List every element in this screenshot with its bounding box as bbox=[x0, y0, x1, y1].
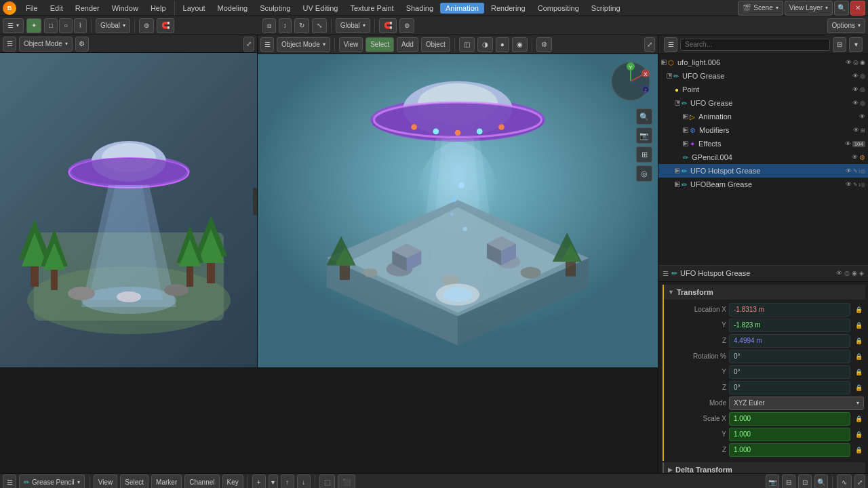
outliner-type[interactable]: ☰ bbox=[664, 37, 677, 52]
select-btn[interactable]: Select bbox=[366, 37, 394, 52]
camera-prop-icon[interactable]: ◎ bbox=[844, 270, 850, 277]
vis-10[interactable]: 👁 bbox=[846, 181, 852, 188]
add-btn[interactable]: Add bbox=[397, 37, 418, 52]
ds-add-btn[interactable]: + bbox=[252, 474, 266, 488]
menu-render[interactable]: Render bbox=[70, 3, 105, 14]
left-viewport[interactable]: ☰ Object Mode ▾ ⚙ ⤢ bbox=[0, 35, 258, 367]
editor-type-left[interactable]: ☰ ▾ bbox=[3, 18, 24, 33]
data-prop-icon[interactable]: ◈ bbox=[859, 270, 864, 277]
scale-x-lock[interactable]: 🔒 bbox=[853, 412, 864, 426]
loc-x-lock[interactable]: 🔒 bbox=[853, 303, 864, 317]
transform-header[interactable]: ▼ Transform bbox=[664, 285, 865, 300]
ds-select-btn[interactable]: Select bbox=[120, 474, 149, 488]
rot-y-value[interactable]: 0° bbox=[729, 365, 850, 379]
tab-animation[interactable]: Animation bbox=[440, 3, 484, 14]
menu-edit[interactable]: Edit bbox=[45, 3, 68, 14]
editor-type-center[interactable]: ☰ bbox=[260, 37, 274, 52]
ds-marker-btn[interactable]: Marker bbox=[151, 474, 182, 488]
vis-6[interactable]: 👁 bbox=[853, 127, 859, 134]
ds-expand[interactable]: ⤢ bbox=[854, 474, 865, 488]
scale-z-lock[interactable]: 🔒 bbox=[853, 443, 864, 457]
viewport-expand-left[interactable]: ⤢ bbox=[243, 37, 254, 52]
outliner-filter[interactable]: ⊟ bbox=[833, 37, 846, 52]
visibility-icon[interactable]: 👁 bbox=[846, 59, 852, 66]
tool-box[interactable]: □ bbox=[44, 18, 58, 33]
scale-x-value[interactable]: 1.000 bbox=[729, 412, 850, 426]
tool-circle[interactable]: ○ bbox=[59, 18, 73, 33]
rot-x-lock[interactable]: 🔒 bbox=[853, 350, 864, 363]
scale-z-value[interactable]: 1.000 bbox=[729, 443, 850, 457]
mode-selector-left[interactable]: Object Mode ▾ bbox=[19, 37, 73, 52]
tab-sculpting[interactable]: Sculpting bbox=[254, 3, 296, 14]
delta-header[interactable]: ▶ Delta Transform bbox=[664, 462, 865, 474]
mode-selector-center[interactable]: Object Mode ▾ bbox=[277, 37, 330, 52]
loc-z-value[interactable]: 4.4994 m bbox=[729, 334, 850, 348]
loc-y-value[interactable]: -1.823 m bbox=[729, 319, 850, 332]
ds-key-btn[interactable]: Key bbox=[222, 474, 243, 488]
tab-scripting[interactable]: Scripting bbox=[586, 3, 626, 14]
tool-lasso[interactable]: ⌇ bbox=[74, 18, 87, 33]
camera-view-btn[interactable]: 📷 bbox=[636, 127, 652, 144]
zoom-in-btn[interactable]: 🔍 bbox=[636, 108, 652, 125]
tab-rendering[interactable]: Rendering bbox=[486, 3, 531, 14]
outliner-item-modifiers[interactable]: ▶ ⚙ Modifiers 👁 ⊞ bbox=[658, 123, 868, 137]
rot-x-value[interactable]: 0° bbox=[729, 350, 850, 363]
vis-3[interactable]: 👁 bbox=[852, 86, 859, 93]
ds-search[interactable]: 🔍 bbox=[814, 474, 828, 488]
ds-editor-type[interactable]: ☰ bbox=[3, 474, 16, 488]
ds-add-dropdown[interactable]: ▾ bbox=[269, 474, 278, 488]
outliner-item-gpencil[interactable]: ✏ GPencil.004 👁 ⚙ bbox=[658, 150, 868, 164]
loc-x-value[interactable]: -1.8313 m bbox=[729, 303, 850, 317]
solid-shading[interactable]: ◑ bbox=[477, 37, 493, 52]
tab-modeling[interactable]: Modeling bbox=[212, 3, 254, 14]
loc-z-lock[interactable]: 🔒 bbox=[853, 334, 864, 348]
ds-frame-mode[interactable]: ⬛ bbox=[338, 474, 355, 488]
vis-9[interactable]: 👁 bbox=[846, 167, 852, 174]
ds-view-btn[interactable]: View bbox=[94, 474, 118, 488]
scale-tool[interactable]: ⤡ bbox=[312, 18, 327, 33]
vis-4[interactable]: 👁 bbox=[852, 100, 859, 106]
rotate-tool[interactable]: ↻ bbox=[294, 18, 309, 33]
proportional-edit[interactable]: ⊚ bbox=[399, 18, 414, 33]
scale-y-lock[interactable]: 🔒 bbox=[853, 428, 864, 441]
view-btn[interactable]: View bbox=[339, 37, 363, 52]
tab-uv-editing[interactable]: UV Editing bbox=[297, 3, 343, 14]
transform-pivot[interactable]: Global ▾ bbox=[336, 18, 370, 33]
editor-type-icon[interactable]: ☰ bbox=[3, 37, 16, 52]
scale-y-value[interactable]: 1.000 bbox=[729, 428, 850, 441]
ds-filter[interactable]: ⊡ bbox=[798, 474, 812, 488]
ds-down-btn[interactable]: ↓ bbox=[297, 474, 311, 488]
outliner-item-point[interactable]: ● Point 👁 ◎ bbox=[658, 83, 868, 96]
render-prop-icon[interactable]: ◉ bbox=[852, 270, 857, 277]
transform-tool[interactable]: ↕ bbox=[279, 18, 292, 33]
orthogonal-btn[interactable]: ⊞ bbox=[636, 146, 652, 163]
ds-channel-btn[interactable]: Channel bbox=[184, 474, 219, 488]
ds-normalize[interactable]: ∿ bbox=[837, 474, 852, 488]
tab-shading[interactable]: Shading bbox=[401, 3, 439, 14]
scene-selector[interactable]: 🎬 Scene ▾ bbox=[738, 1, 783, 16]
outliner-item-ufo-light[interactable]: ▶ ⬡ ufo_light.006 👁 ◎ ◉ bbox=[658, 56, 868, 69]
outliner-item-ufobeam[interactable]: ▶ ✏ UFOBeam Grease 👁 ✎↕◎ bbox=[658, 178, 868, 191]
ds-markers[interactable]: ⊟ bbox=[782, 474, 795, 488]
tab-texture-paint[interactable]: Texture Paint bbox=[344, 3, 399, 14]
prop-type-selector[interactable]: ☰ bbox=[663, 270, 669, 277]
menu-help[interactable]: Help bbox=[145, 3, 172, 14]
vis-8[interactable]: 👁 bbox=[852, 154, 858, 161]
material-shading[interactable]: ● bbox=[496, 37, 509, 52]
snap-btn[interactable]: 🧲 bbox=[157, 18, 174, 33]
rot-z-lock[interactable]: 🔒 bbox=[853, 381, 864, 394]
prop-edit-btn[interactable]: ⊚ bbox=[139, 18, 154, 33]
outliner-item-ufo-grease[interactable]: ▼ ✏ UFO Grease 👁 ◎ bbox=[658, 69, 868, 83]
render-icon[interactable]: ◉ bbox=[860, 59, 865, 66]
render-shading[interactable]: ◉ bbox=[512, 37, 528, 52]
local-view-btn[interactable]: ◎ bbox=[636, 165, 652, 182]
menu-window[interactable]: Window bbox=[106, 3, 144, 14]
outliner-item-ufo-grease2[interactable]: ▼ ✏ UFO Grease 👁 ◎ bbox=[658, 96, 868, 110]
options-dropdown[interactable]: Options ▾ bbox=[827, 18, 865, 33]
viewport-options[interactable]: ⚙ bbox=[536, 37, 552, 52]
visibility-prop-icon[interactable]: 👁 bbox=[836, 270, 842, 277]
wire-shading[interactable]: ◫ bbox=[459, 37, 475, 52]
outliner-item-effects[interactable]: ▶ ✦ Effects 👁 104 bbox=[658, 137, 868, 150]
snap-btn-2[interactable]: 🧲 bbox=[379, 18, 397, 33]
window-close[interactable]: ✕ bbox=[850, 1, 865, 16]
